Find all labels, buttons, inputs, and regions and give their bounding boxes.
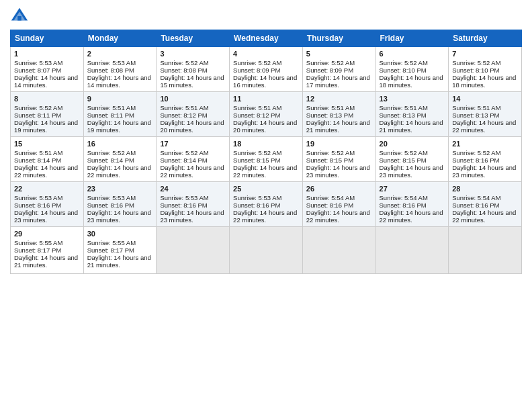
day-number: 9 <box>87 95 153 103</box>
sunset-label: Sunset: 8:17 PM <box>87 246 134 254</box>
daylight-label: Daylight: 14 hours and 22 minutes. <box>87 164 151 179</box>
day-number: 11 <box>233 95 299 103</box>
sunrise-label: Sunrise: 5:53 AM <box>14 194 62 201</box>
sunset-label: Sunset: 8:14 PM <box>14 156 61 164</box>
table-row: 27 Sunrise: 5:54 AM Sunset: 8:16 PM Dayl… <box>375 182 449 227</box>
day-number: 14 <box>452 95 518 103</box>
daylight-label: Daylight: 14 hours and 16 minutes. <box>233 74 297 89</box>
day-number: 5 <box>306 50 372 58</box>
day-number: 2 <box>87 50 153 58</box>
daylight-label: Daylight: 14 hours and 18 minutes. <box>452 74 516 89</box>
sunrise-label: Sunrise: 5:53 AM <box>87 59 136 66</box>
daylight-label: Daylight: 14 hours and 23 minutes. <box>160 209 224 224</box>
day-number: 26 <box>306 185 372 193</box>
sunrise-label: Sunrise: 5:51 AM <box>452 104 500 111</box>
table-row <box>375 227 449 274</box>
sunset-label: Sunset: 8:16 PM <box>233 201 280 209</box>
sunrise-label: Sunrise: 5:52 AM <box>380 149 428 156</box>
table-row <box>230 227 303 274</box>
day-number: 17 <box>160 140 226 148</box>
sunrise-label: Sunrise: 5:52 AM <box>452 59 500 66</box>
table-row: 12 Sunrise: 5:51 AM Sunset: 8:13 PM Dayl… <box>302 92 375 137</box>
calendar-table: SundayMondayTuesdayWednesdayThursdayFrid… <box>10 30 522 274</box>
sunset-label: Sunset: 8:16 PM <box>452 201 499 209</box>
sunset-label: Sunset: 8:13 PM <box>452 111 499 119</box>
sunset-label: Sunset: 8:16 PM <box>306 201 353 209</box>
sunset-label: Sunset: 8:15 PM <box>380 156 427 164</box>
daylight-label: Daylight: 14 hours and 20 minutes. <box>160 119 224 134</box>
sunset-label: Sunset: 8:12 PM <box>233 111 280 119</box>
daylight-label: Daylight: 14 hours and 22 minutes. <box>452 209 516 224</box>
table-row: 19 Sunrise: 5:52 AM Sunset: 8:15 PM Dayl… <box>302 137 375 182</box>
sunset-label: Sunset: 8:09 PM <box>233 66 280 74</box>
day-number: 18 <box>233 140 299 148</box>
daylight-label: Daylight: 14 hours and 23 minutes. <box>380 164 443 179</box>
sunset-label: Sunset: 8:08 PM <box>87 66 134 74</box>
col-header-wednesday: Wednesday <box>230 30 303 47</box>
table-row: 25 Sunrise: 5:53 AM Sunset: 8:16 PM Dayl… <box>230 182 303 227</box>
day-number: 13 <box>380 95 445 103</box>
table-row: 8 Sunrise: 5:52 AM Sunset: 8:11 PM Dayli… <box>11 92 84 137</box>
table-row <box>157 227 230 274</box>
sunset-label: Sunset: 8:10 PM <box>380 66 427 74</box>
table-row: 21 Sunrise: 5:52 AM Sunset: 8:16 PM Dayl… <box>449 137 522 182</box>
sunset-label: Sunset: 8:10 PM <box>452 66 499 74</box>
table-row: 24 Sunrise: 5:53 AM Sunset: 8:16 PM Dayl… <box>157 182 230 227</box>
sunrise-label: Sunrise: 5:53 AM <box>87 194 136 201</box>
sunrise-label: Sunrise: 5:54 AM <box>306 194 355 201</box>
sunrise-label: Sunrise: 5:52 AM <box>380 59 428 66</box>
sunrise-label: Sunrise: 5:52 AM <box>306 59 355 66</box>
daylight-label: Daylight: 14 hours and 22 minutes. <box>452 119 516 134</box>
sunrise-label: Sunrise: 5:52 AM <box>160 59 208 66</box>
sunset-label: Sunset: 8:16 PM <box>14 201 61 209</box>
table-row: 18 Sunrise: 5:52 AM Sunset: 8:15 PM Dayl… <box>230 137 303 182</box>
day-number: 15 <box>14 140 80 148</box>
col-header-monday: Monday <box>83 30 157 47</box>
daylight-label: Daylight: 14 hours and 22 minutes. <box>14 164 78 179</box>
header <box>10 7 522 26</box>
col-header-saturday: Saturday <box>449 30 522 47</box>
table-row: 6 Sunrise: 5:52 AM Sunset: 8:10 PM Dayli… <box>375 47 449 92</box>
col-header-thursday: Thursday <box>302 30 375 47</box>
daylight-label: Daylight: 14 hours and 21 minutes. <box>14 254 78 269</box>
sunset-label: Sunset: 8:07 PM <box>14 66 61 74</box>
table-row: 14 Sunrise: 5:51 AM Sunset: 8:13 PM Dayl… <box>449 92 522 137</box>
daylight-label: Daylight: 14 hours and 22 minutes. <box>233 164 297 179</box>
sunrise-label: Sunrise: 5:52 AM <box>233 59 281 66</box>
sunrise-label: Sunrise: 5:52 AM <box>452 149 500 156</box>
col-header-tuesday: Tuesday <box>157 30 230 47</box>
table-row: 9 Sunrise: 5:51 AM Sunset: 8:11 PM Dayli… <box>83 92 157 137</box>
table-row: 10 Sunrise: 5:51 AM Sunset: 8:12 PM Dayl… <box>157 92 230 137</box>
daylight-label: Daylight: 14 hours and 19 minutes. <box>87 119 151 134</box>
daylight-label: Daylight: 14 hours and 22 minutes. <box>306 209 370 224</box>
svg-rect-2 <box>17 16 21 21</box>
sunrise-label: Sunrise: 5:51 AM <box>306 104 355 111</box>
table-row: 30 Sunrise: 5:55 AM Sunset: 8:17 PM Dayl… <box>83 227 157 274</box>
sunrise-label: Sunrise: 5:55 AM <box>14 239 62 246</box>
day-number: 30 <box>87 230 153 238</box>
sunrise-label: Sunrise: 5:52 AM <box>233 149 281 156</box>
daylight-label: Daylight: 14 hours and 22 minutes. <box>380 209 443 224</box>
day-number: 6 <box>380 50 445 58</box>
sunset-label: Sunset: 8:15 PM <box>233 156 280 164</box>
sunrise-label: Sunrise: 5:52 AM <box>14 104 62 111</box>
table-row <box>302 227 375 274</box>
sunset-label: Sunset: 8:16 PM <box>452 156 499 164</box>
day-number: 23 <box>87 185 153 193</box>
table-row: 5 Sunrise: 5:52 AM Sunset: 8:09 PM Dayli… <box>302 47 375 92</box>
daylight-label: Daylight: 14 hours and 19 minutes. <box>14 119 78 134</box>
daylight-label: Daylight: 14 hours and 23 minutes. <box>87 209 151 224</box>
table-row: 7 Sunrise: 5:52 AM Sunset: 8:10 PM Dayli… <box>449 47 522 92</box>
table-row: 2 Sunrise: 5:53 AM Sunset: 8:08 PM Dayli… <box>83 47 157 92</box>
sunrise-label: Sunrise: 5:52 AM <box>306 149 355 156</box>
day-number: 3 <box>160 50 226 58</box>
logo-icon <box>10 7 29 26</box>
daylight-label: Daylight: 14 hours and 23 minutes. <box>14 209 78 224</box>
sunrise-label: Sunrise: 5:51 AM <box>233 104 281 111</box>
table-row: 1 Sunrise: 5:53 AM Sunset: 8:07 PM Dayli… <box>11 47 84 92</box>
table-row: 23 Sunrise: 5:53 AM Sunset: 8:16 PM Dayl… <box>83 182 157 227</box>
daylight-label: Daylight: 14 hours and 20 minutes. <box>233 119 297 134</box>
day-number: 7 <box>452 50 518 58</box>
table-row: 16 Sunrise: 5:52 AM Sunset: 8:14 PM Dayl… <box>83 137 157 182</box>
sunset-label: Sunset: 8:14 PM <box>87 156 134 164</box>
